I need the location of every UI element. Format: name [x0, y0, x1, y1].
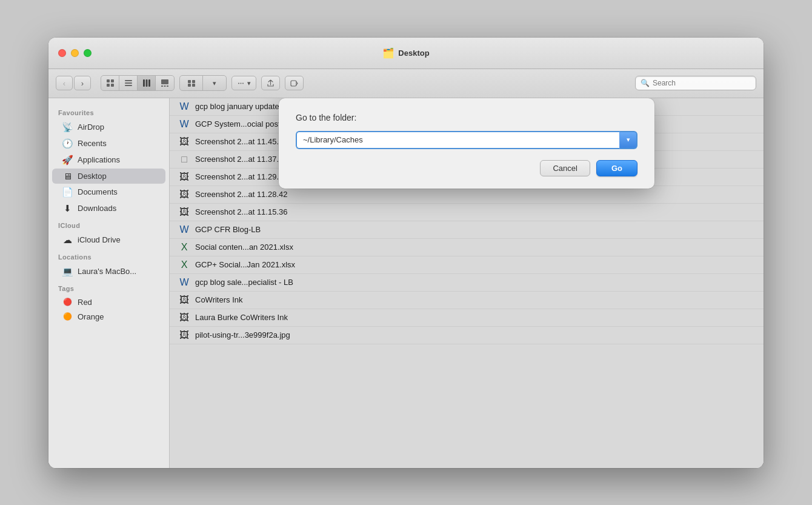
sidebar-item-applications-label: Applications [78, 155, 120, 164]
section-title-locations: Locations [48, 249, 169, 263]
sidebar-item-tag-orange[interactable]: 🟠 Orange [52, 310, 165, 324]
titlebar: 🗂️ Desktop [48, 38, 764, 69]
sidebar-item-recents[interactable]: 🕐 Recents [52, 136, 165, 152]
sidebar-item-downloads-label: Downloads [78, 204, 116, 213]
svg-rect-21 [291, 81, 296, 86]
search-box[interactable]: 🔍 [635, 76, 756, 90]
file-list: W gcp blog january updateLB W GCP System… [170, 98, 764, 468]
dialog-title: Go to the folder: [296, 113, 637, 122]
share-button[interactable] [261, 76, 280, 90]
computer-icon: 💻 [62, 266, 73, 277]
tag-button[interactable] [285, 76, 304, 90]
dialog-buttons: Cancel Go [296, 160, 637, 176]
svg-rect-13 [167, 85, 168, 87]
applications-icon: 🚀 [62, 155, 73, 166]
svg-rect-10 [161, 79, 168, 84]
icloud-drive-icon: ☁ [62, 235, 73, 246]
orange-tag-icon: 🟠 [62, 312, 73, 321]
sidebar: Favourites 📡 AirDrop 🕐 Recents 🚀 Applica… [48, 98, 170, 468]
svg-rect-4 [125, 80, 132, 81]
section-title-tags: Tags [48, 280, 169, 295]
window-title: 🗂️ Desktop [382, 47, 429, 59]
dialog-overlay: Go to the folder: ▾ Cancel Go [170, 98, 764, 468]
svg-rect-2 [107, 84, 110, 87]
desktop-icon: 🖥 [62, 171, 73, 181]
column-view-button[interactable] [138, 76, 156, 90]
minimize-button[interactable] [71, 49, 79, 57]
section-title-icloud: iCloud [48, 217, 169, 232]
svg-rect-8 [145, 79, 147, 87]
svg-rect-6 [125, 85, 132, 86]
sidebar-item-red-label: Red [78, 298, 92, 307]
svg-rect-9 [148, 79, 150, 87]
back-button[interactable]: ‹ [56, 76, 73, 90]
sidebar-item-desktop-label: Desktop [78, 172, 107, 181]
list-view-button[interactable] [119, 76, 138, 90]
toolbar: ‹ › [48, 69, 764, 98]
svg-point-20 [242, 82, 244, 84]
svg-rect-11 [161, 85, 163, 87]
goto-folder-dialog: Go to the folder: ▾ Cancel Go [279, 98, 654, 189]
sidebar-item-documents-label: Documents [78, 187, 118, 196]
sidebar-item-airdrop-label: AirDrop [78, 122, 104, 132]
sidebar-item-tag-red[interactable]: 🔴 Red [52, 295, 165, 309]
svg-rect-16 [188, 84, 191, 87]
gallery-view-button[interactable] [156, 76, 174, 90]
svg-rect-3 [111, 84, 114, 87]
svg-point-19 [238, 82, 239, 84]
folder-dropdown-button[interactable]: ▾ [619, 131, 637, 149]
sidebar-item-desktop[interactable]: 🖥 Desktop [52, 169, 165, 184]
svg-rect-7 [143, 79, 145, 87]
svg-rect-1 [111, 79, 114, 82]
sidebar-item-airdrop[interactable]: 📡 AirDrop [52, 119, 165, 135]
cancel-button[interactable]: Cancel [540, 160, 590, 176]
sort-controls: ▾ [179, 75, 227, 91]
action-dropdown-arrow: ▾ [247, 79, 251, 87]
sidebar-item-icloud-label: iCloud Drive [78, 235, 121, 244]
sidebar-item-macbook-label: Laura's MacBo... [78, 267, 136, 276]
svg-rect-17 [192, 84, 195, 87]
action-button[interactable]: ▾ [231, 76, 256, 90]
view-controls [101, 75, 175, 91]
window-title-text: Desktop [398, 48, 429, 58]
forward-button[interactable]: › [74, 76, 91, 90]
group-dropdown-arrow[interactable]: ▾ [203, 76, 226, 90]
icon-view-button[interactable] [101, 76, 119, 90]
svg-rect-12 [164, 85, 166, 87]
sidebar-item-recents-label: Recents [78, 139, 107, 148]
go-button[interactable]: Go [596, 160, 637, 176]
downloads-icon: ⬇ [62, 203, 73, 214]
svg-rect-14 [188, 80, 191, 83]
svg-rect-15 [192, 80, 195, 83]
dialog-input-row: ▾ [296, 131, 637, 149]
close-button[interactable] [58, 49, 66, 57]
group-view-button[interactable] [180, 76, 203, 90]
traffic-lights [58, 49, 92, 57]
sidebar-item-orange-label: Orange [78, 312, 104, 321]
red-tag-icon: 🔴 [62, 298, 73, 306]
documents-icon: 📄 [62, 187, 73, 198]
sidebar-item-applications[interactable]: 🚀 Applications [52, 152, 165, 168]
maximize-button[interactable] [84, 49, 92, 57]
section-title-favourites: Favourites [48, 104, 169, 119]
sidebar-item-documents[interactable]: 📄 Documents [52, 184, 165, 200]
finder-window: 🗂️ Desktop ‹ › [48, 38, 764, 468]
sidebar-item-macbook[interactable]: 💻 Laura's MacBo... [52, 264, 165, 279]
main-content: Favourites 📡 AirDrop 🕐 Recents 🚀 Applica… [48, 98, 764, 468]
airdrop-icon: 📡 [62, 122, 73, 133]
recents-icon: 🕐 [62, 138, 73, 149]
window-title-icon: 🗂️ [382, 47, 394, 59]
sidebar-item-icloud-drive[interactable]: ☁ iCloud Drive [52, 232, 165, 248]
folder-path-input[interactable] [296, 131, 619, 149]
sidebar-item-downloads[interactable]: ⬇ Downloads [52, 201, 165, 216]
svg-rect-0 [107, 79, 110, 82]
nav-buttons: ‹ › [56, 76, 91, 90]
search-icon: 🔍 [641, 79, 650, 87]
svg-rect-5 [125, 82, 132, 84]
search-input[interactable] [653, 79, 751, 87]
svg-point-18 [241, 82, 242, 84]
